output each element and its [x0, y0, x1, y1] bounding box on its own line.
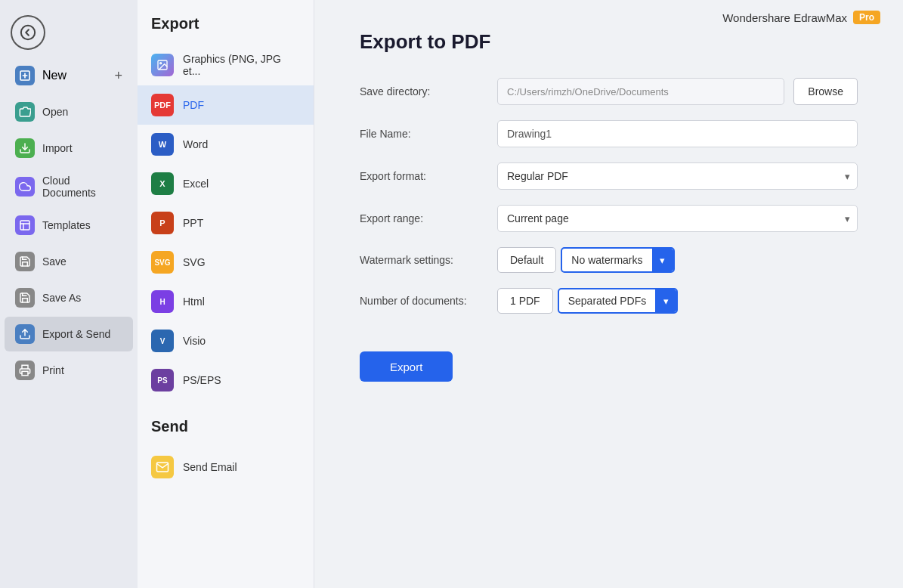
watermark-dropdown[interactable]: No watermarks ▾ — [561, 247, 674, 273]
export-item-email[interactable]: Send Email — [138, 447, 314, 487]
export-format-select[interactable]: Regular PDF PDF/A PDF/X — [497, 162, 858, 190]
sidebar: New + Open Import Cloud Documents Templa… — [0, 0, 138, 588]
sidebar-item-save[interactable]: Save — [5, 244, 133, 279]
plus-icon: + — [114, 68, 122, 84]
watermark-dropdown-arrow: ▾ — [652, 249, 673, 271]
export-item-word[interactable]: W Word — [138, 125, 314, 164]
file-name-row: File Name: — [360, 120, 858, 147]
sidebar-item-print-label: Print — [42, 364, 64, 376]
sidebar-item-templates[interactable]: Templates — [5, 208, 133, 243]
export-button[interactable]: Export — [360, 351, 453, 382]
sidebar-item-saveas-label: Save As — [42, 292, 81, 304]
cloud-icon — [15, 177, 35, 197]
file-name-input[interactable] — [497, 120, 858, 147]
num-docs-label: Number of documents: — [360, 295, 488, 307]
sidebar-item-new[interactable]: New + — [5, 58, 133, 93]
export-section-title: Export — [138, 15, 314, 45]
sidebar-item-save-label: Save — [42, 255, 66, 268]
sidebar-item-print[interactable]: Print — [5, 353, 133, 388]
sidebar-item-cloud[interactable]: Cloud Documents — [5, 167, 133, 206]
excel-label: Excel — [183, 178, 209, 190]
html-label: Html — [183, 296, 205, 308]
export-range-select[interactable]: Current page All pages Selected pages — [497, 205, 858, 232]
sidebar-item-cloud-label: Cloud Documents — [42, 175, 122, 199]
send-section-title: Send — [138, 418, 314, 447]
export-format-label: Export format: — [360, 170, 488, 182]
print-icon — [15, 361, 35, 380]
excel-icon: X — [151, 172, 174, 195]
ps-label: PS/EPS — [183, 374, 221, 386]
export-item-ps[interactable]: PS PS/EPS — [138, 361, 314, 400]
word-label: Word — [183, 138, 208, 150]
export-format-row: Export format: Regular PDF PDF/A PDF/X — [360, 162, 858, 190]
svg-rect-7 — [22, 371, 28, 375]
app-title-bar: Wondershare EdrawMax Pro — [722, 11, 880, 24]
pdf-icon: PDF — [151, 94, 174, 116]
graphics-icon — [151, 54, 174, 76]
num-docs-btn-group: 1 PDF Separated PDFs ▾ — [497, 288, 678, 314]
app-name: Wondershare EdrawMax — [722, 11, 847, 24]
export-item-excel[interactable]: X Excel — [138, 164, 314, 203]
file-name-label: File Name: — [360, 128, 488, 140]
export-btn-row: Export — [360, 329, 858, 382]
svg-point-9 — [160, 63, 162, 64]
export-item-graphics[interactable]: Graphics (PNG, JPG et... — [138, 45, 314, 85]
num-docs-dropdown[interactable]: Separated PDFs ▾ — [558, 288, 679, 314]
word-icon: W — [151, 133, 174, 156]
pro-badge: Pro — [853, 11, 880, 24]
export-icon — [15, 324, 35, 344]
main-content: Export to PDF Save directory: Browse Fil… — [314, 0, 903, 588]
ppt-icon: P — [151, 212, 174, 234]
sidebar-item-saveas[interactable]: Save As — [5, 280, 133, 315]
sidebar-item-import[interactable]: Import — [5, 131, 133, 166]
email-label: Send Email — [183, 461, 237, 473]
export-range-wrapper: Current page All pages Selected pages — [497, 205, 858, 232]
mid-panel: Export Graphics (PNG, JPG et... PDF PDF … — [138, 0, 314, 588]
sidebar-item-import-label: Import — [42, 142, 73, 154]
sidebar-item-open-label: Open — [42, 106, 68, 118]
sidebar-item-export[interactable]: Export & Send — [5, 317, 133, 351]
export-item-svg[interactable]: SVG SVG — [138, 243, 314, 282]
export-item-ppt[interactable]: P PPT — [138, 203, 314, 243]
email-icon — [151, 456, 174, 478]
svg-rect-5 — [20, 221, 29, 230]
sidebar-item-open[interactable]: Open — [5, 94, 133, 129]
pdf-label: PDF — [183, 99, 204, 111]
new-icon — [15, 66, 35, 85]
page-title: Export to PDF — [360, 30, 858, 54]
open-icon — [15, 102, 35, 122]
watermark-default-btn[interactable]: Default — [497, 247, 556, 273]
save-icon — [15, 252, 35, 271]
save-directory-input[interactable] — [497, 78, 784, 105]
templates-icon — [15, 215, 35, 235]
sidebar-item-export-label: Export & Send — [42, 328, 110, 340]
export-item-html[interactable]: H Html — [138, 282, 314, 321]
watermark-selected-label: No watermarks — [562, 254, 651, 266]
export-item-pdf[interactable]: PDF PDF — [138, 85, 314, 125]
num-docs-option1-btn[interactable]: 1 PDF — [497, 288, 553, 314]
num-docs-row: Number of documents: 1 PDF Separated PDF… — [360, 288, 858, 314]
export-range-label: Export range: — [360, 212, 488, 224]
html-icon: H — [151, 290, 174, 313]
visio-label: Visio — [183, 335, 206, 347]
svg-icon: SVG — [151, 251, 174, 274]
sidebar-item-templates-label: Templates — [42, 219, 91, 231]
sidebar-item-new-label: New — [42, 69, 66, 82]
browse-button[interactable]: Browse — [793, 78, 858, 105]
svg-label: SVG — [183, 256, 206, 268]
export-range-row: Export range: Current page All pages Sel… — [360, 205, 858, 232]
num-docs-selected-label: Separated PDFs — [559, 295, 656, 307]
back-button[interactable] — [11, 15, 45, 50]
watermark-row: Watermark settings: Default No watermark… — [360, 247, 858, 273]
export-format-wrapper: Regular PDF PDF/A PDF/X — [497, 162, 858, 190]
graphics-label: Graphics (PNG, JPG et... — [183, 53, 300, 77]
watermark-label: Watermark settings: — [360, 254, 488, 266]
num-docs-dropdown-arrow: ▾ — [655, 289, 676, 312]
visio-icon: V — [151, 330, 174, 352]
watermark-btn-group: Default No watermarks ▾ — [497, 247, 675, 273]
svg-point-0 — [21, 26, 35, 39]
import-icon — [15, 138, 35, 158]
saveas-icon — [15, 288, 35, 308]
ppt-label: PPT — [183, 217, 203, 229]
export-item-visio[interactable]: V Visio — [138, 321, 314, 361]
